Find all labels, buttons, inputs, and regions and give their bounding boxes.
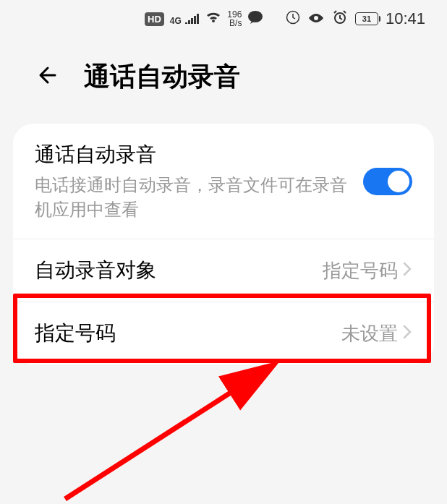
record-target-title: 自动录音对象: [35, 257, 323, 284]
back-arrow-icon[interactable]: [36, 62, 62, 93]
net-speed: 196 B/s: [227, 10, 242, 27]
chevron-right-icon: [402, 323, 412, 345]
auto-record-toggle[interactable]: [363, 168, 412, 195]
clock-time: 10:41: [386, 9, 425, 28]
specified-number-row[interactable]: 指定号码 未设置: [13, 302, 434, 364]
record-target-value: 指定号码: [323, 258, 412, 283]
message-icon: [247, 10, 263, 28]
auto-record-content: 通话自动录音 电话接通时自动录音，录音文件可在录音机应用中查看: [35, 141, 363, 221]
settings-card: 通话自动录音 电话接通时自动录音，录音文件可在录音机应用中查看 自动录音对象 指…: [13, 124, 434, 364]
signal-icon: [185, 11, 200, 27]
auto-record-row[interactable]: 通话自动录音 电话接通时自动录音，录音文件可在录音机应用中查看: [13, 124, 434, 239]
alarm-icon: [332, 9, 348, 29]
specified-number-value: 未设置: [341, 321, 412, 346]
battery-icon: 31: [355, 12, 378, 25]
lock-rotate-icon: [286, 10, 300, 28]
svg-line-4: [65, 369, 268, 499]
hd-badge: HD: [145, 12, 164, 26]
status-bar: HD 4G 196 B/s 31 10:41: [0, 0, 447, 38]
specified-number-title: 指定号码: [35, 320, 341, 347]
annotation-arrow: [58, 354, 289, 504]
record-target-content: 自动录音对象: [35, 257, 323, 284]
status-left: HD 4G 196 B/s: [145, 10, 263, 28]
auto-record-desc: 电话接通时自动录音，录音文件可在录音机应用中查看: [35, 173, 363, 221]
page-title: 通话自动录音: [84, 59, 240, 95]
page-header: 通话自动录音: [0, 38, 447, 116]
eye-icon: [307, 11, 325, 27]
svg-point-0: [248, 11, 263, 22]
toggle-knob: [388, 171, 409, 192]
record-target-row[interactable]: 自动录音对象 指定号码: [13, 239, 434, 302]
chevron-right-icon: [402, 260, 412, 282]
specified-number-content: 指定号码: [35, 320, 341, 347]
status-right: 31 10:41: [286, 9, 425, 29]
network-type: 4G: [170, 11, 200, 27]
auto-record-title: 通话自动录音: [35, 141, 363, 168]
wifi-icon: [205, 11, 221, 27]
